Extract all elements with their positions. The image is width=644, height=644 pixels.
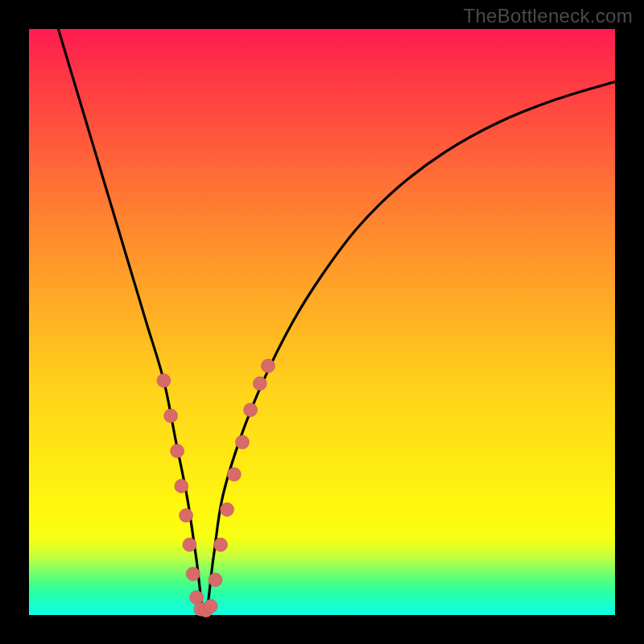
curve-data-marker: [227, 468, 241, 481]
curve-data-marker: [157, 374, 171, 387]
curve-line: [58, 29, 615, 615]
curve-data-marker: [204, 600, 217, 613]
plot-area: [29, 29, 615, 615]
curve-data-marker: [180, 509, 193, 522]
curve-data-marker: [171, 444, 184, 458]
curve-data-marker: [175, 479, 188, 493]
curve-data-marker: [183, 538, 196, 551]
curve-data-marker: [208, 573, 222, 587]
curve-data-marker: [244, 403, 258, 417]
curve-data-marker: [235, 436, 249, 449]
curve-data-marker: [253, 377, 266, 390]
curve-data-marker: [262, 359, 275, 373]
chart-svg: [29, 29, 615, 615]
curve-data-marker: [164, 409, 178, 423]
curve-data-marker: [186, 568, 200, 581]
outer-frame: TheBottleneck.com: [0, 0, 644, 644]
curve-data-marker: [221, 502, 234, 516]
curve-data-marker: [214, 538, 228, 551]
watermark-text: TheBottleneck.com: [463, 5, 633, 27]
